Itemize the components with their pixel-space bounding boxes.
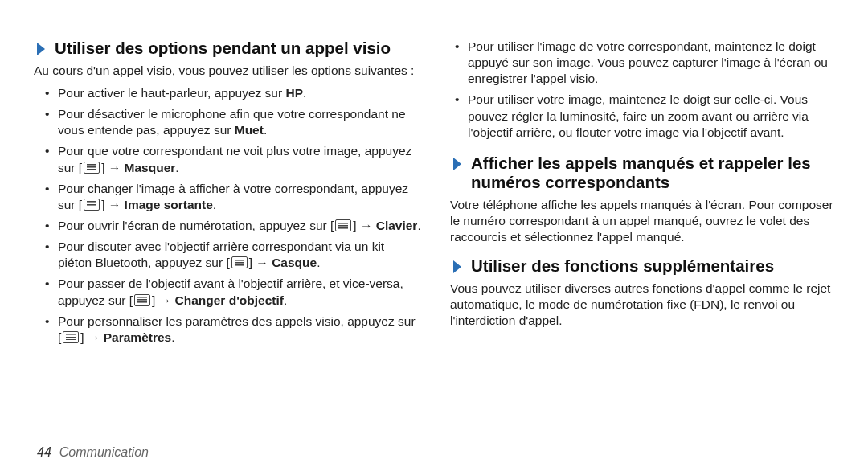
list-item: Pour désactiver le microphone afin que v… [34,106,421,138]
chevron-icon [450,156,466,172]
section-label: Communication [59,445,149,460]
heading-text: Utiliser des fonctions supplémentaires [471,256,774,276]
bold-term: Clavier [376,219,418,232]
bold-term: Paramètres [104,330,171,344]
list-item: Pour utiliser l'image de votre correspon… [450,39,837,87]
list-item: Pour ouvrir l'écran de numérotation, app… [34,218,421,234]
right-column: Pour utiliser l'image de votre correspon… [450,39,837,437]
list-item: Pour discuter avec l'objectif arrière co… [34,239,421,271]
bold-term: Masquer [125,161,176,174]
list-item: Pour que votre correspondant ne voit plu… [34,143,421,175]
chevron-icon [34,41,50,57]
paragraph-extra-functions: Vous pouvez utiliser diverses autres fon… [450,281,837,328]
bold-term: HP [285,86,303,100]
options-list: Pour activer le haut-parleur, appuyez su… [34,85,421,346]
content-columns: Utiliser des options pendant un appel vi… [34,39,837,437]
list-item: Pour activer le haut-parleur, appuyez su… [34,85,421,101]
menu-icon [84,162,100,174]
page: Utiliser des options pendant un appel vi… [0,0,868,471]
heading-extra-functions: Utiliser des fonctions supplémentaires [450,256,837,276]
heading-visio-options: Utiliser des options pendant un appel vi… [34,39,421,58]
heading-missed-calls: Afficher les appels manqués et rappeler … [450,154,837,192]
menu-icon [84,199,100,211]
footer: 44 Communication [34,445,837,460]
heading-text: Utiliser des options pendant un appel vi… [55,39,391,58]
left-column: Utiliser des options pendant un appel vi… [34,39,421,437]
bold-term: Changer d'objectif [174,293,283,307]
heading-text: Afficher les appels manqués et rappeler … [471,154,837,192]
list-item: Pour passer de l'objectif avant à l'obje… [34,276,421,308]
list-item: Pour personnaliser les paramètres des ap… [34,313,421,346]
bold-term: Muet [235,123,264,137]
menu-icon [231,256,248,268]
menu-icon [134,294,150,306]
intro-text: Au cours d'un appel visio, vous pouvez u… [34,63,421,79]
list-item: Pour changer l'image à afficher à votre … [34,181,421,213]
bold-term: Casque [272,256,317,269]
menu-icon [63,331,79,343]
menu-icon [335,219,351,231]
paragraph-missed-calls: Votre téléphone affiche les appels manqu… [450,197,837,244]
bold-term: Image sortante [125,198,213,211]
page-number: 44 [37,445,51,460]
continued-list: Pour utiliser l'image de votre correspon… [450,39,837,141]
chevron-icon [450,259,466,275]
list-item: Pour utiliser votre image, maintenez le … [450,92,837,140]
